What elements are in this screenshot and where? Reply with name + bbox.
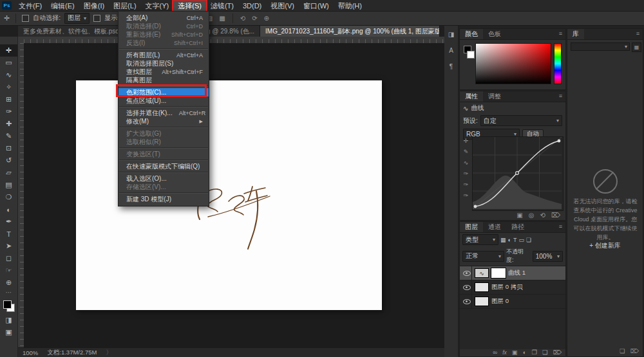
menu-file[interactable]: 文件(F) [14,1,46,11]
menu-item-focus-area[interactable]: 焦点区域(U)... [118,96,209,105]
black-point-eyedropper-icon[interactable]: ✑ [464,170,469,177]
saturation-brightness-field[interactable] [475,43,551,84]
menu-item-edit-in-quick-mask[interactable]: 在快速蒙版模式下编辑(Q) [118,162,209,170]
tool-gradient[interactable]: ▤ [0,179,17,191]
new-library-item-icon[interactable]: ❏ [620,347,625,354]
tool-move[interactable]: ✛ [0,44,17,57]
tool-brush[interactable]: ✎ [0,130,17,142]
tool-spot-healing[interactable]: ✚ [0,118,17,130]
layer-filter-dropdown[interactable]: 类型 ▾ [462,234,498,245]
filter-pixel-icon[interactable]: ▦ [500,237,506,243]
tool-dodge[interactable]: ◐ [0,203,17,215]
tool-eraser[interactable]: ▱ [0,167,17,179]
panel-menu-icon[interactable]: ≡ [559,91,565,102]
delete-library-item-icon[interactable]: ⌦ [630,347,639,354]
tool-shape[interactable]: ◻ [0,252,17,264]
curves-layer-thumbnail[interactable]: ∿ [475,268,489,278]
tab-libraries[interactable]: 库 [567,29,584,39]
tool-quick-selection[interactable]: ✧ [0,81,17,93]
hue-slider[interactable] [554,43,562,84]
new-adjustment-layer-icon[interactable]: ◐ [523,349,527,356]
library-sort-dropdown[interactable]: ▾ [571,42,630,51]
menu-item-select-and-mask[interactable]: 选择并遮住(K)...Alt+Ctrl+R [118,109,209,117]
tab-color[interactable]: 颜色 [460,29,483,39]
layer-row-copy[interactable]: 图层 0 拷贝 [460,280,565,295]
layer-name[interactable]: 曲线 1 [508,269,526,277]
screen-mode-button[interactable]: ▣ [0,326,17,338]
foreground-color-swatch[interactable] [3,300,12,309]
targeted-adjustment-icon[interactable]: ✛ [464,138,469,144]
add-layer-mask-icon[interactable]: ▣ [512,349,518,356]
menu-item-load-selection[interactable]: 载入选区(O)... [118,174,209,183]
menu-filter[interactable]: 滤镜(T) [206,1,238,11]
menu-item-isolate-layers[interactable]: 隔离图层 [118,76,209,84]
menu-item-modify[interactable]: 修改(M)▶ [118,117,209,125]
tool-clone-stamp[interactable]: ⊡ [0,142,17,154]
menu-item-grow[interactable]: 扩大选取(G) [118,129,209,138]
menu-select[interactable]: 选择(S) [173,1,206,11]
background-mini-swatch[interactable] [467,51,475,59]
blend-mode-dropdown[interactable]: 正常 ▾ [462,251,504,262]
quick-mask-button[interactable]: ◨ [0,314,17,326]
menu-item-deselect[interactable]: 取消选择(D)Ctrl+D [118,22,209,30]
visibility-icon[interactable]: ◎ [529,212,535,219]
tool-blur[interactable]: ❍ [0,191,17,203]
library-view-toggle[interactable]: ▦ [632,42,641,52]
layer-name[interactable]: 图层 0 拷贝 [491,283,523,291]
menu-item-transform-selection[interactable]: 变换选区(T) [118,150,209,158]
menu-item-find-layers[interactable]: 查找图层Alt+Shift+Ctrl+F [118,68,209,76]
preset-dropdown[interactable]: 自定 ▾ [480,115,562,126]
layer-thumbnail[interactable] [475,297,489,306]
gray-point-eyedropper-icon[interactable]: ✑ [464,181,469,188]
menu-layer[interactable]: 图层(L) [109,1,140,11]
new-layer-icon[interactable]: ❏ [542,349,548,356]
menu-item-color-range[interactable]: 色彩范围(C)... [118,88,209,96]
new-group-icon[interactable]: ❐ [532,349,538,356]
tab-channels[interactable]: 通道 [483,222,506,232]
layer-styles-icon[interactable]: fx [502,349,507,356]
document-tab-active[interactable]: IMG_20171023_111604_副本.png @ 100% (曲线 1,… [260,26,440,37]
visibility-toggle[interactable] [462,266,472,280]
layer-thumbnail[interactable] [475,282,489,292]
tool-type[interactable]: T [0,228,17,240]
tool-zoom[interactable]: ⊕ [0,277,17,289]
visibility-toggle[interactable] [462,280,472,294]
menu-item-select-all[interactable]: 全部(A)Ctrl+A [118,14,209,22]
tool-lasso[interactable]: ∿ [0,69,17,81]
layer-name[interactable]: 图层 0 [491,297,509,306]
tool-history-brush[interactable]: ↺ [0,154,17,167]
tab-paths[interactable]: 路径 [506,222,529,232]
3d-roll-icon[interactable]: ⟳ [251,15,258,22]
menu-item-save-selection[interactable]: 存储选区(V)... [118,183,209,191]
white-point-eyedropper-icon[interactable]: ✑ [464,192,469,199]
layer-row-curves[interactable]: ∿ 曲线 1 [460,266,565,280]
menu-item-deselect-layers[interactable]: 取消选择图层(S) [118,59,209,68]
menu-item-inverse[interactable]: 反选(I)Shift+Ctrl+I [118,39,209,47]
align-bottom-icon[interactable]: ▩ [218,15,226,22]
menu-type[interactable]: 文字(Y) [141,1,174,11]
menu-3d[interactable]: 3D(D) [238,1,266,11]
menu-item-new-3d-extrusion[interactable]: 新建 3D 模型(J) [118,195,209,203]
character-panel-icon[interactable]: A [449,47,453,54]
delete-layer-icon[interactable]: ⌦ [553,349,562,356]
tool-path-selection[interactable]: ➤ [0,240,17,252]
tool-pen[interactable]: ✒ [0,215,17,228]
filter-shape-icon[interactable]: ▭ [518,237,524,243]
reset-icon[interactable]: ⟲ [540,212,545,219]
smooth-curve-icon[interactable]: ∿ [464,160,469,166]
3d-pan-icon[interactable]: ⊕ [263,15,270,22]
link-layers-icon[interactable]: ∞ [493,349,497,356]
tab-properties[interactable]: 属性 [460,91,483,102]
curves-editor[interactable] [472,136,564,211]
status-chevron-icon[interactable]: 〉 [106,349,112,357]
edit-toolbar-icon[interactable]: ⋯ [0,289,17,297]
panel-menu-icon[interactable]: ≡ [559,29,565,39]
menu-help[interactable]: 帮助(H) [334,1,366,11]
tool-rectangular-marquee[interactable]: ▭ [0,57,17,69]
layer-row-original[interactable]: 图层 0 [460,295,565,309]
zoom-level[interactable]: 100% [23,349,38,356]
create-new-library-button[interactable]: + 创建新库 [567,241,643,250]
tool-eyedropper[interactable]: ✑ [0,105,17,118]
tab-adjustments[interactable]: 调整 [483,91,506,102]
paragraph-panel-icon[interactable]: ¶ [450,63,453,70]
